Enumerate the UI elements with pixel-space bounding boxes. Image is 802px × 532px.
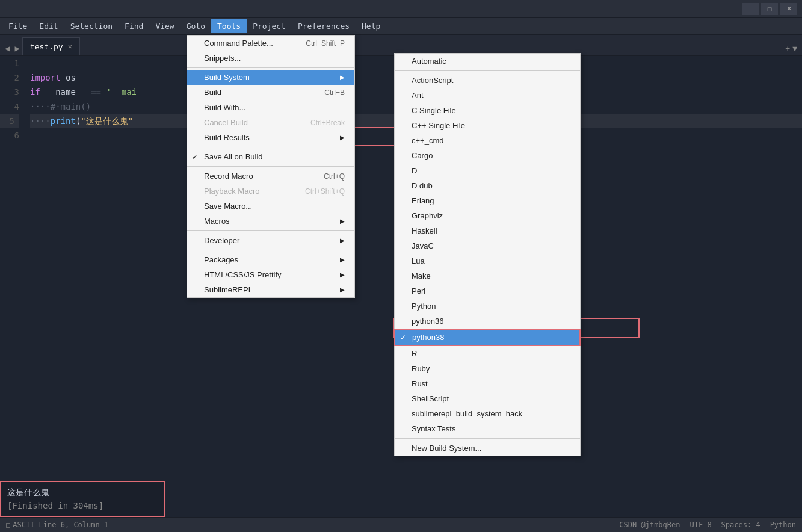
menu-divider-1	[187, 67, 354, 68]
menu-label: Developer	[204, 236, 239, 245]
menu-playback-macro: Playback Macro Ctrl+Shift+Q	[187, 184, 354, 199]
tab-nav-next[interactable]: ▶	[12, 43, 22, 55]
menu-ant[interactable]: Ant	[395, 88, 580, 103]
menu-label: JavaC	[412, 241, 434, 250]
submenu-arrow-icon: ▶	[328, 271, 345, 278]
submenu-arrow-icon: ▶	[328, 134, 345, 141]
submenu-arrow-icon: ▶	[328, 256, 345, 263]
menu-perl[interactable]: Perl	[395, 283, 580, 298]
menu-label: Erlang	[412, 196, 434, 205]
menu-save-all-on-build[interactable]: ✓ Save All on Build	[187, 149, 354, 164]
menu-r[interactable]: R	[395, 346, 580, 361]
menu-developer[interactable]: Developer ▶	[187, 233, 354, 248]
menu-python38[interactable]: ✓ python38	[394, 329, 581, 346]
status-watermark: CSDN @jtmbqRen	[619, 521, 680, 529]
menu-label: Packages	[204, 255, 238, 264]
menu-snippets[interactable]: Snippets...	[187, 51, 354, 66]
tab-nav-prev[interactable]: ◀	[2, 43, 12, 55]
menu-syntax-tests[interactable]: Syntax Tests	[395, 421, 580, 436]
status-language: Python	[770, 521, 796, 529]
maximize-button[interactable]: □	[761, 3, 778, 15]
menu-label: Ruby	[412, 364, 430, 373]
menu-new-build-system[interactable]: New Build System...	[395, 441, 580, 456]
menu-html-css-js[interactable]: HTML/CSS/JS Prettify ▶	[187, 267, 354, 282]
submenu-arrow-icon: ▶	[328, 74, 345, 81]
menu-label: ActionScript	[412, 76, 453, 85]
menu-label: Command Palette...	[204, 39, 273, 48]
menu-command-palette[interactable]: Command Palette... Ctrl+Shift+P	[187, 36, 354, 51]
submenu-arrow-icon: ▶	[328, 237, 345, 244]
menu-graphviz[interactable]: Graphviz	[395, 208, 580, 223]
tab-close-button[interactable]: ✕	[68, 42, 72, 51]
menu-divider-2	[187, 147, 354, 147]
close-button[interactable]: ✕	[780, 3, 797, 15]
menu-save-macro[interactable]: Save Macro...	[187, 199, 354, 214]
menu-divider-3	[187, 166, 354, 167]
tab-dropdown-icon[interactable]: ▼	[792, 44, 797, 53]
menu-label: Graphviz	[412, 211, 443, 220]
menu-label: Playback Macro	[204, 187, 259, 196]
menu-file[interactable]: File	[2, 19, 33, 33]
minimize-button[interactable]: —	[742, 3, 759, 15]
menu-lua[interactable]: Lua	[395, 253, 580, 268]
menu-tools[interactable]: Tools	[211, 19, 247, 33]
menu-goto[interactable]: Goto	[180, 19, 211, 33]
menu-rust[interactable]: Rust	[395, 376, 580, 391]
menu-cpp-single[interactable]: C++ Single File	[395, 118, 580, 133]
status-encoding: UTF-8	[689, 521, 711, 529]
menu-label: Save Macro...	[204, 202, 252, 211]
menu-selection[interactable]: Selection	[64, 19, 119, 33]
menu-label: Rust	[412, 379, 428, 388]
menu-cancel-build: Cancel Build Ctrl+Break	[187, 115, 354, 130]
menu-d-dub[interactable]: D dub	[395, 178, 580, 193]
menu-label: C Single File	[412, 106, 456, 115]
menu-sublimerepl-build[interactable]: sublimerepl_build_system_hack	[395, 406, 580, 421]
menu-build-with[interactable]: Build With...	[187, 100, 354, 115]
menu-cpp-cmd[interactable]: c++_cmd	[395, 133, 580, 148]
menu-label: HTML/CSS/JS Prettify	[204, 270, 282, 279]
submenu-arrow-icon: ▶	[328, 286, 345, 293]
checkmark-icon: ✓	[192, 153, 198, 161]
menu-d[interactable]: D	[395, 163, 580, 178]
status-position: ASCII Line 6, Column 1	[13, 521, 108, 529]
menu-python[interactable]: Python	[395, 298, 580, 314]
menu-packages[interactable]: Packages ▶	[187, 252, 354, 267]
menu-automatic[interactable]: Automatic	[395, 54, 580, 69]
menu-record-macro[interactable]: Record Macro Ctrl+Q	[187, 169, 354, 184]
menu-haskell[interactable]: Haskell	[395, 223, 580, 238]
menu-label: Save All on Build	[204, 152, 263, 161]
menu-build-results[interactable]: Build Results ▶	[187, 130, 354, 145]
menu-label: Perl	[412, 286, 425, 295]
menu-erlang[interactable]: Erlang	[395, 193, 580, 208]
menu-build-system[interactable]: Build System ▶	[187, 70, 354, 85]
menu-label: Cargo	[412, 151, 433, 160]
submenu-arrow-icon: ▶	[328, 218, 345, 224]
menu-javac[interactable]: JavaC	[395, 238, 580, 253]
menu-find[interactable]: Find	[119, 19, 149, 33]
menu-view[interactable]: View	[149, 19, 180, 33]
menu-label: Syntax Tests	[412, 424, 455, 433]
menu-actionscript[interactable]: ActionScript	[395, 73, 580, 88]
menu-macros[interactable]: Macros ▶	[187, 214, 354, 229]
tab-test-py[interactable]: test.py ✕	[22, 37, 80, 55]
menu-ruby[interactable]: Ruby	[395, 361, 580, 376]
menu-divider-4	[187, 230, 354, 231]
menu-label: New Build System...	[412, 444, 481, 453]
menu-project[interactable]: Project	[247, 19, 292, 33]
status-right: CSDN @jtmbqRen UTF-8 Spaces: 4 Python	[619, 521, 796, 529]
menu-preferences[interactable]: Preferences	[292, 19, 356, 33]
menu-edit[interactable]: Edit	[33, 19, 64, 33]
menu-shellscript[interactable]: ShellScript	[395, 391, 580, 406]
menu-build[interactable]: Build Ctrl+B	[187, 85, 354, 100]
menu-label: Make	[412, 271, 431, 280]
menu-shortcut: Ctrl+Break	[292, 119, 345, 127]
menu-cargo[interactable]: Cargo	[395, 148, 580, 163]
menu-bar: File Edit Selection Find View Goto Tools…	[0, 18, 802, 35]
add-tab-icon[interactable]: +	[785, 44, 790, 53]
menu-sublime-repl[interactable]: SublimeREPL ▶	[187, 282, 354, 297]
menu-c-single[interactable]: C Single File	[395, 103, 580, 118]
menu-help[interactable]: Help	[356, 19, 386, 33]
menu-label: Build Results	[204, 133, 250, 142]
menu-make[interactable]: Make	[395, 268, 580, 283]
menu-python36[interactable]: python36	[395, 314, 580, 329]
